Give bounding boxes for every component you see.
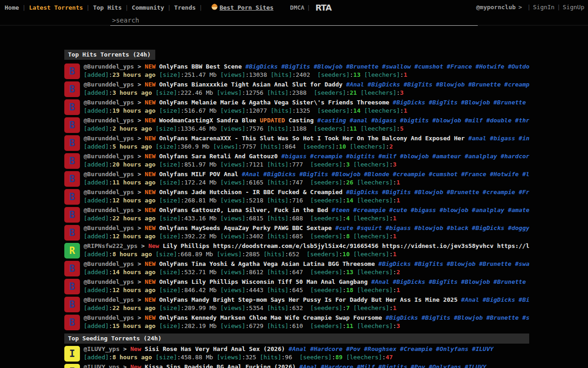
hashtag-link[interactable]: #Pov [411,363,429,368]
hashtag-link[interactable]: #bigass [371,117,400,124]
signin-link[interactable]: SignIn [533,4,554,11]
uploader-name[interactable]: @RIPNsfw222_yps [84,242,137,249]
hashtag-link[interactable]: #doggystyle [508,224,529,231]
hashtag-link[interactable]: #interrac… [519,135,529,142]
hashtag-link[interactable]: #Hotwife [490,171,522,178]
torrent-title[interactable]: Lily Phillips https://doodstream.com/e/l… [163,242,529,249]
hashtag-link[interactable]: #Blowjob [447,260,479,267]
hashtag-link[interactable]: #creampie [353,207,389,213]
hashtag-link[interactable]: #creampie [310,153,346,160]
uploader-avatar[interactable]: R [64,243,80,259]
torrent-title[interactable]: Onlyfans MaySeeds AquaZay Perky PAWG BBC… [159,224,335,231]
hashtag-link[interactable]: #squirt [357,224,386,231]
hashtag-link[interactable]: #Creampie [400,345,436,352]
uploader-avatar[interactable]: B [64,81,80,97]
hashtag-link[interactable]: #black [447,224,472,231]
hashtag-link[interactable]: #analplay [465,153,501,160]
nav-item-trends[interactable]: Trends [173,4,197,11]
hashtag-link[interactable]: #BigTits [422,314,454,321]
hashtag-link[interactable]: #lingeri… [522,171,529,178]
hashtag-link[interactable]: #cute [389,207,411,213]
uploader-avatar[interactable]: B [64,297,80,312]
hashtag-link[interactable]: #Roughsex [364,345,400,352]
hashtag-link[interactable]: #BigTits [282,63,314,70]
hashtag-link[interactable]: #swallow… [522,314,529,321]
hashtag-link[interactable]: #BigDicks [393,99,429,106]
hashtag-link[interactable]: #Blowjob [461,278,493,285]
uploader-name[interactable]: @Burunddel_yps [84,63,134,70]
hashtag-link[interactable]: #BigTits [382,189,414,196]
hashtag-link[interactable]: #BigDicks [393,278,429,285]
uploader-name[interactable]: @Burunddel_yps [84,314,134,321]
hashtag-link[interactable]: #BigDicks [346,189,382,196]
hashtag-link[interactable]: #bigass [385,224,414,231]
hashtag-link[interactable]: #Brunette [493,99,529,106]
torrent-title[interactable]: OnlyFans Mandy Bright Step-mom Says Her … [159,296,461,303]
hashtag-link[interactable]: #blowjob [414,224,447,231]
uploader-name[interactable]: @Burunddel_yps [84,117,134,124]
hashtag-link[interactable]: #threesome… [515,117,529,124]
hashtag-link[interactable]: #blowjob [432,117,464,124]
hashtag-link[interactable]: #creampie [504,81,529,88]
hashtag-link[interactable]: #swallow [382,63,414,70]
uploader-avatar[interactable]: B [64,99,80,115]
hashtag-link[interactable]: #BigDicks [472,224,508,231]
torrent-title[interactable]: OnlyFans Bianxxxkie Tight Asian Anal Slu… [159,81,346,88]
hashtag-link[interactable]: #BigDicks [368,81,403,88]
uploader-name[interactable]: @Burunddel_yps [84,278,134,285]
torrent-title[interactable]: OnlyFans MacarenaXXX - This Slut Was So … [159,135,468,142]
hashtag-link[interactable]: #Brunette [479,260,515,267]
hashtag-link[interactable]: #Anal [371,278,393,285]
hashtag-link[interactable]: #BigDicks [379,260,414,267]
hashtag-link[interactable]: #cumshot [429,171,461,178]
nav-item-latest-torrents[interactable]: Latest Torrents [28,4,84,11]
torrent-title[interactable]: Onlyfans MILF POV Anal [159,171,242,178]
hashtag-link[interactable]: #Hardcore [321,363,357,368]
hashtag-link[interactable]: #analplay [472,207,508,213]
hashtag-link[interactable]: #BigDicks [245,63,281,70]
hashtag-link[interactable]: #Blowjob [314,63,346,70]
hashtag-link[interactable]: #cumshot [414,63,447,70]
hashtag-link[interactable]: #Outdoors [508,63,529,70]
uploader-avatar[interactable]: B [64,135,80,151]
hashtag-link[interactable]: #creampie [393,171,429,178]
uploader-avatar[interactable]: I [64,346,80,362]
hashtag-link[interactable]: #ILUVY [465,363,490,368]
hashtag-link[interactable]: #Brunette [469,81,504,88]
hashtag-link[interactable]: #Anal [288,345,310,352]
hashtag-link[interactable]: #Blowjob [414,189,447,196]
uploader-avatar[interactable]: B [64,207,80,223]
hashtag-link[interactable]: #bigass [411,207,440,213]
uploader-avatar[interactable]: B [64,153,80,169]
dmca-link[interactable]: DMCA [290,4,304,11]
hashtag-link[interactable]: #Anal [300,363,321,368]
uploader-name[interactable]: @Burunddel_yps [84,296,134,303]
hashtag-link[interactable]: #France [447,63,476,70]
hashtag-link[interactable]: #Onlyfans [429,363,464,368]
uploader-avatar[interactable]: I [64,364,80,368]
uploader-name[interactable]: @Burunddel_yps [84,224,134,231]
hashtag-link[interactable]: #Blowjob [436,81,468,88]
hashtag-link[interactable]: #BigTits [404,81,436,88]
nav-item-home[interactable]: Home [4,4,20,11]
torrent-title[interactable]: Sisi Rose Has Very Hard Anal Sex (2026) [145,345,288,352]
hashtag-link[interactable]: #bigtits [400,117,432,124]
uploader-name[interactable]: @Burunddel_yps [84,207,134,213]
hashtag-link[interactable]: #hardcore [501,153,529,160]
hashtag-link[interactable]: #milf [379,153,400,160]
hashtag-link[interactable]: #BigTits [429,99,461,106]
torrent-title[interactable]: OnlyFans Melanie Marie & Agatha Vega Sis… [159,99,393,106]
torrent-title[interactable]: WoodmanCastingX Sandra Blue [159,117,260,124]
hashtag-link[interactable]: #BigTits [300,171,332,178]
account-name[interactable]: @mypornclub [476,4,515,11]
uploader-name[interactable]: @Burunddel_yps [84,99,134,106]
signup-link[interactable]: SignUp [563,4,584,11]
uploader-name[interactable]: @ILUVY_yps [84,345,119,352]
hashtag-link[interactable]: #amateur [508,207,529,213]
hashtag-link[interactable]: #swallow [515,260,529,267]
uploader-name[interactable]: @Burunddel_yps [84,260,134,267]
uploader-name[interactable]: @Burunddel_yps [84,81,134,88]
uploader-name[interactable]: @Burunddel_yps [84,135,134,142]
rta-logo[interactable]: RTA [315,3,331,12]
hashtag-link[interactable]: #casting [317,117,350,124]
